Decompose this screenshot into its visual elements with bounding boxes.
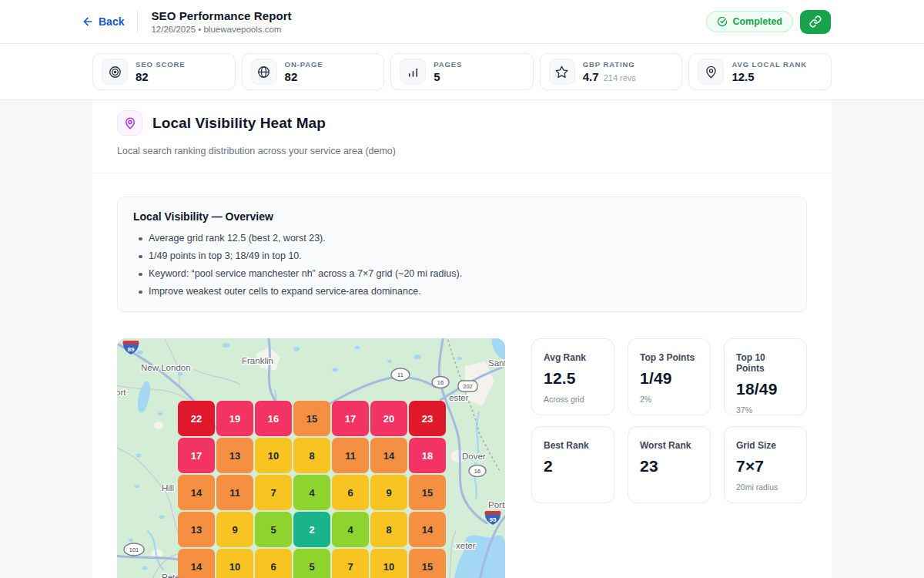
check-circle-icon — [717, 16, 728, 27]
stat-label: GBP RATING — [583, 60, 636, 69]
heatmap-cell: 14 — [409, 512, 446, 547]
map-label-portsmouth: Ports — [488, 500, 505, 509]
map-label-hillsborough: Hill — [162, 483, 174, 492]
svg-text:16: 16 — [437, 379, 444, 386]
heatmap-cell: 6 — [255, 549, 292, 578]
report-panel: Local Visibility Heat Map Local search r… — [92, 100, 832, 578]
stat-card-seo-score: SEO SCORE 82 — [92, 53, 236, 90]
back-arrow-icon — [82, 15, 94, 28]
heatmap-cell: 10 — [255, 438, 292, 473]
stat-card-avg-local-rank: AVG LOCAL RANK 12.5 — [688, 53, 832, 90]
heatmap-cell: 22 — [178, 401, 215, 436]
heatmap-cell: 10 — [216, 549, 253, 578]
header-divider — [137, 11, 138, 32]
globe-icon — [251, 59, 277, 85]
heatmap-cell: 6 — [332, 475, 369, 510]
stats-bar: SEO SCORE 82 ON-PAGE 82 PAGES 5 — [0, 44, 924, 100]
map-label-new-london: New London — [141, 363, 191, 372]
metric-sub: 2% — [640, 395, 698, 404]
heatmap-cell: 11 — [332, 438, 369, 473]
stat-subvalue: 214 revs — [604, 73, 636, 82]
heatmap-cell: 15 — [409, 475, 446, 510]
route-11-shield: 11 — [391, 368, 410, 381]
metric-card-worst-rank: Worst Rank 23 — [628, 426, 711, 503]
bar-chart-icon — [400, 59, 426, 85]
svg-text:16: 16 — [474, 468, 480, 475]
stat-card-pages: PAGES 5 — [390, 53, 534, 90]
heatmap-cell: 17 — [332, 401, 369, 436]
stat-value: 82 — [136, 70, 149, 83]
map-label-franklin: Franklin — [242, 356, 273, 365]
metric-sub: 37% — [736, 405, 795, 415]
heatmap-cell: 9 — [370, 475, 407, 510]
metric-sub: Across grid — [544, 395, 602, 404]
metric-card-avg-rank: Avg Rank 12.5 Across grid — [531, 338, 614, 415]
metric-value: 1/49 — [640, 369, 698, 388]
metric-card-top3-points: Top 3 Points 1/49 2% — [628, 338, 711, 415]
map-label-newport: ort — [117, 388, 126, 397]
overview-bullet: Keyword: “pool service manchester nh” ac… — [133, 265, 791, 283]
heatmap-cell: 14 — [178, 549, 215, 578]
stat-label: SEO SCORE — [136, 60, 186, 69]
page-subtitle: 12/26/2025 • bluewavepools.com — [151, 25, 291, 34]
svg-text:95: 95 — [490, 516, 497, 523]
section-title: Local Visibility Heat Map — [152, 115, 326, 132]
overview-bullets: Average grid rank 12.5 (best 2, worst 23… — [133, 230, 791, 301]
metric-value: 7×7 — [736, 457, 795, 476]
heatmap-cell: 23 — [409, 401, 446, 436]
stat-label: PAGES — [434, 60, 462, 69]
heatmap-cell: 10 — [370, 549, 407, 578]
status-badge: Completed — [706, 11, 793, 32]
stat-card-on-page: ON-PAGE 82 — [242, 53, 385, 90]
map-label-sanford: Sanf — [488, 358, 505, 368]
metric-label: Top 3 Points — [640, 352, 698, 363]
map-label-exeter: xeter — [456, 541, 476, 550]
heatmap-cell: 5 — [293, 549, 330, 578]
overview-bullet: Improve weakest outer cells to expand se… — [133, 283, 791, 301]
share-link-button[interactable] — [800, 10, 831, 34]
heatmap-cell: 13 — [178, 512, 215, 547]
heatmap-cell: 2 — [293, 512, 330, 547]
heatmap-cell: 14 — [178, 475, 215, 510]
metric-value: 2 — [544, 457, 602, 476]
svg-text:11: 11 — [397, 371, 403, 378]
stat-value: 82 — [285, 70, 298, 83]
stat-value: 12.5 — [732, 70, 754, 83]
svg-text:202: 202 — [463, 383, 473, 390]
svg-text:101: 101 — [129, 546, 139, 553]
heatmap-cell: 7 — [332, 549, 369, 578]
section-divider — [92, 173, 832, 173]
heatmap-map[interactable]: ort New London Franklin Sanf ester Dover… — [117, 338, 505, 578]
heatmap-pin-icon — [117, 110, 142, 136]
top-bar: Back SEO Performance Report 12/26/2025 •… — [0, 0, 924, 44]
stat-value: 4.7 — [583, 70, 599, 83]
heatmap-cell: 7 — [255, 475, 292, 510]
status-label: Completed — [732, 16, 782, 27]
heatmap-cell: 16 — [255, 401, 292, 436]
metric-sub: 20mi radius — [736, 482, 795, 492]
metric-card-best-rank: Best Rank 2 — [531, 426, 614, 503]
heatmap-cell: 5 — [255, 512, 292, 547]
section-subtitle: Local search ranking distribution across… — [92, 136, 832, 156]
star-icon — [549, 59, 575, 85]
map-label-rochester: ester — [449, 393, 469, 402]
stat-label: AVG LOCAL RANK — [732, 60, 807, 69]
back-button[interactable]: Back — [82, 15, 124, 28]
metric-label: Worst Rank — [640, 440, 698, 451]
metric-value: 12.5 — [544, 369, 602, 388]
metric-card-top10-points: Top 10 Points 18/49 37% — [724, 338, 807, 415]
location-pin-icon — [698, 59, 724, 85]
stat-card-gbp-rating: GBP RATING 4.7 214 revs — [540, 53, 683, 90]
heatmap-cell: 4 — [293, 475, 330, 510]
metric-card-grid-size: Grid Size 7×7 20mi radius — [724, 426, 807, 503]
metric-label: Grid Size — [736, 440, 795, 451]
heatmap-cell: 13 — [216, 438, 253, 473]
map-label-dover: Dover — [462, 452, 486, 461]
metric-value: 18/49 — [736, 380, 795, 398]
heatmap-cell: 17 — [178, 438, 215, 473]
route-202-shield: 202 — [458, 381, 477, 391]
overview-bullet: Average grid rank 12.5 (best 2, worst 23… — [133, 230, 791, 247]
heatmap-cell: 20 — [370, 401, 407, 436]
heatmap-cell: 4 — [332, 512, 369, 547]
heatmap-cell: 8 — [293, 438, 330, 473]
